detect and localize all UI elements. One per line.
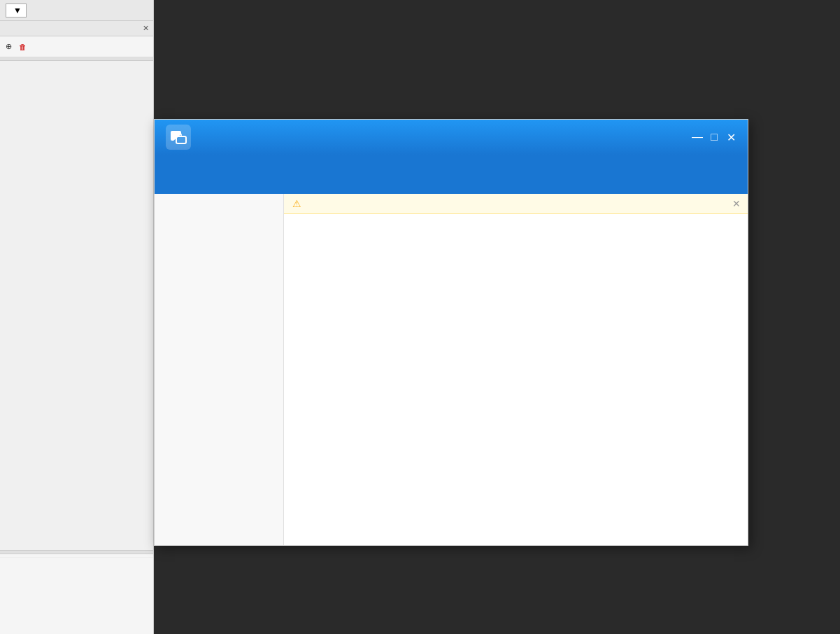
dialog-nav [155, 194, 284, 545]
property-area [0, 550, 153, 634]
sidebar-header: ▼ [0, 0, 153, 21]
locate-icon: ⊕ [6, 42, 12, 51]
dialog-main: ⚠ ✕ [284, 194, 748, 545]
warning-close-button[interactable]: ✕ [732, 198, 741, 209]
dialog-content: ⚠ ✕ [155, 194, 748, 545]
warning-bar: ⚠ ✕ [284, 194, 748, 214]
maximize-button[interactable]: □ [709, 132, 720, 143]
close-button[interactable]: ✕ [725, 132, 736, 143]
window-controls: — □ ✕ [692, 132, 736, 143]
warning-icon: ⚠ [292, 198, 301, 209]
sidebar-toolbar: ⊕ 🗑 [0, 36, 153, 57]
main-dialog: — □ ✕ ⚠ ✕ [154, 119, 748, 546]
close-bar: ✕ [0, 21, 153, 36]
table-container [284, 214, 748, 237]
category-dropdown[interactable]: ▼ [6, 3, 27, 17]
chevron-down-icon: ▼ [13, 6, 22, 15]
dialog-titlebar: — □ ✕ [155, 120, 748, 155]
minimize-button[interactable]: — [692, 132, 703, 143]
dialog-toolbar [155, 155, 748, 194]
locate-button[interactable]: ⊕ [6, 42, 13, 51]
close-icon[interactable]: ✕ [143, 24, 149, 33]
app-logo [166, 125, 191, 150]
property-row [0, 554, 153, 558]
delete-icon: 🗑 [19, 43, 27, 51]
delete-button[interactable]: 🗑 [19, 43, 28, 51]
list-header [0, 57, 153, 61]
left-sidebar: ▼ ✕ ⊕ 🗑 [0, 0, 154, 634]
svg-rect-0 [176, 136, 186, 143]
logo-icon [170, 129, 187, 146]
